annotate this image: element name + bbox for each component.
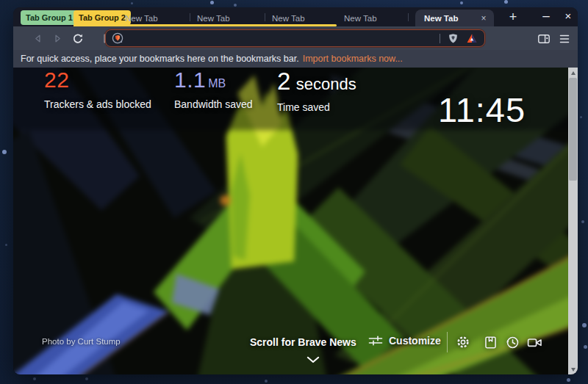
brave-shields-icon[interactable] — [446, 32, 459, 45]
bookmarks-icon — [484, 336, 498, 349]
forward-button[interactable] — [51, 32, 65, 46]
tab-separator — [265, 13, 265, 21]
tab-group-1-chip[interactable]: Tab Group 1 — [21, 10, 78, 25]
bottom-divider — [447, 332, 448, 352]
scrollbar[interactable] — [568, 68, 578, 374]
camera-button[interactable] — [526, 334, 542, 350]
desktop-star — [210, 1, 214, 4]
customize-button[interactable]: Customize — [368, 335, 441, 347]
tab-new-tab-4[interactable]: New Tab — [337, 10, 408, 26]
desktop-star — [85, 377, 88, 380]
settings-button[interactable] — [455, 334, 471, 350]
desktop-star — [2, 150, 7, 154]
address-bar[interactable] — [105, 29, 485, 47]
window-close-button[interactable]: × — [560, 9, 576, 24]
tab-separator — [190, 13, 190, 21]
history-button[interactable] — [504, 334, 520, 350]
bookmarks-infobar: For quick access, place your bookmarks h… — [13, 50, 578, 68]
customize-label: Customize — [389, 335, 441, 347]
desktop-star — [460, 1, 463, 4]
camera-icon — [527, 336, 542, 349]
stat-label: Trackers & ads blocked — [44, 98, 151, 110]
arrow-down-icon — [571, 368, 576, 372]
sidebar-toggle-button[interactable] — [537, 32, 551, 46]
scrollbar-thumb[interactable] — [569, 78, 577, 181]
scrollbar-up-button[interactable] — [568, 68, 578, 78]
reload-button[interactable] — [71, 32, 85, 46]
tab-new-tab-active[interactable]: New Tab × — [415, 10, 494, 26]
stat-value: 22 — [44, 68, 69, 93]
stat-value: 2 — [277, 68, 291, 95]
desktop-star — [584, 345, 587, 349]
history-icon — [506, 336, 520, 349]
browser-window: Tab Group 1 Tab Group 2 New Tab New Tab … — [13, 7, 578, 374]
photo-credit-link[interactable]: Photo by Curt Stump — [42, 337, 121, 346]
chevron-down-icon[interactable] — [306, 353, 320, 366]
sidebar-icon — [537, 33, 551, 45]
desktop-star — [581, 220, 584, 223]
tab-strip: Tab Group 1 Tab Group 2 New Tab New Tab … — [13, 7, 578, 26]
back-icon — [32, 33, 43, 44]
clock: 11:45 — [438, 90, 526, 130]
new-tab-button[interactable]: + — [504, 10, 522, 26]
stat-unit: seconds — [296, 75, 356, 94]
bookmarks-button[interactable] — [482, 334, 498, 350]
sliders-icon — [368, 335, 383, 347]
arrow-up-icon — [571, 71, 576, 75]
desktop-star — [131, 2, 133, 4]
reload-icon — [72, 33, 84, 45]
urlbar-divider — [440, 34, 440, 43]
stat-value: 1.1 — [174, 68, 206, 93]
active-tab-label: New Tab — [415, 14, 478, 23]
toolbar — [13, 26, 578, 50]
tab-new-tab-3[interactable]: New Tab — [265, 10, 337, 26]
desktop-star — [504, 0, 508, 4]
stat-bandwidth-saved: 1.1 MB Bandwidth saved — [174, 68, 253, 110]
tab-separator — [408, 13, 409, 21]
forward-icon — [52, 33, 63, 44]
infobar-message: For quick access, place your bookmarks h… — [21, 54, 299, 64]
new-tab-page: 22 Trackers & ads blocked 1.1 MB Bandwid… — [13, 68, 578, 374]
stat-label: Time saved — [277, 101, 356, 113]
desktop-star — [234, 4, 237, 7]
hamburger-menu-icon — [559, 35, 570, 43]
stat-time-saved: 2 seconds Time saved — [277, 68, 356, 113]
tab-new-tab-1[interactable]: New Tab — [118, 10, 190, 26]
stat-unit: MB — [208, 77, 226, 90]
desktop-star — [567, 378, 570, 382]
desktop-star — [33, 377, 36, 380]
gear-icon — [456, 335, 470, 349]
back-button[interactable] — [31, 32, 45, 46]
menu-button[interactable] — [557, 32, 571, 46]
desktop-star — [580, 116, 582, 118]
tab-close-icon[interactable]: × — [478, 12, 490, 24]
brave-news-prompt[interactable]: Scroll for Brave News — [250, 336, 356, 348]
tab-new-tab-2[interactable]: New Tab — [190, 10, 265, 26]
stat-trackers-blocked: 22 Trackers & ads blocked — [44, 68, 151, 110]
import-bookmarks-link[interactable]: Import bookmarks now... — [303, 54, 403, 64]
scrollbar-down-button[interactable] — [568, 364, 578, 374]
stat-label: Bandwidth saved — [174, 98, 253, 110]
brave-rewards-icon[interactable] — [465, 32, 478, 45]
desktop-star — [265, 380, 268, 383]
search-engine-icon — [111, 32, 124, 45]
window-minimize-button[interactable]: – — [538, 9, 554, 24]
desktop-star — [5, 244, 7, 246]
desktop-star — [582, 323, 587, 327]
